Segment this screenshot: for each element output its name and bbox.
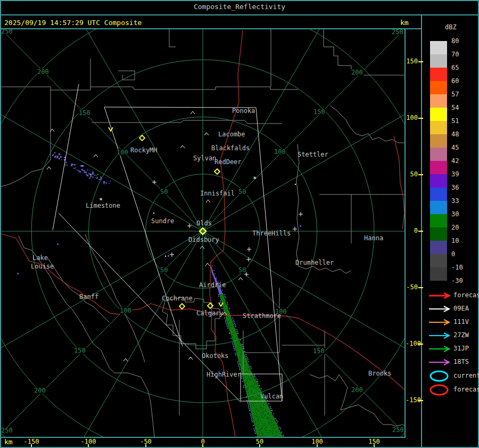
legend-left-border xyxy=(421,15,422,448)
precip-spike-green xyxy=(245,387,259,388)
precip-texture xyxy=(265,423,266,425)
precip-texture xyxy=(273,436,274,437)
y-tick-label: 150 xyxy=(406,58,418,65)
precip-texture xyxy=(263,417,265,418)
precip-speckle xyxy=(271,410,272,411)
precip-speckle xyxy=(97,177,98,178)
dbz-scale-value: 48 xyxy=(451,131,473,138)
x-axis-unit-label: km xyxy=(4,438,13,446)
precip-texture xyxy=(241,350,242,351)
x-tick-mark xyxy=(374,444,375,447)
precip-speckle xyxy=(273,413,274,414)
precip-speckle xyxy=(232,343,233,344)
precip-spike-green xyxy=(251,413,272,415)
precip-spike-green xyxy=(254,425,278,427)
plus-marker xyxy=(293,227,297,231)
precip-speckle xyxy=(248,361,249,362)
precip-texture xyxy=(251,379,252,380)
precip-spike-green xyxy=(257,433,282,435)
precip-texture xyxy=(232,333,233,334)
precip-texture xyxy=(239,348,240,349)
precip-speckle xyxy=(248,406,249,408)
station-diamond-marker xyxy=(139,135,145,141)
precip-texture xyxy=(227,317,228,319)
y-tick-label: 50 xyxy=(406,170,418,178)
precip-texture xyxy=(248,377,249,378)
precip-texture xyxy=(253,381,254,382)
blue-dot-marker xyxy=(17,273,19,274)
city-label-brooks: Brooks xyxy=(368,370,391,377)
precip-texture xyxy=(255,421,256,422)
precip-texture xyxy=(275,435,276,436)
precip-texture xyxy=(260,402,261,403)
precip-texture xyxy=(249,395,250,396)
precip-texture xyxy=(265,430,266,431)
precip-texture xyxy=(268,407,269,408)
precip-speckle xyxy=(220,300,221,302)
precip-spike-purple xyxy=(213,276,215,278)
precip-texture xyxy=(267,425,268,426)
precip-texture xyxy=(229,324,230,325)
city-label-strathmore: Strathmore xyxy=(243,312,281,320)
precip-texture xyxy=(271,420,272,421)
precip-texture xyxy=(232,320,233,321)
storm-track-arrow-31JP xyxy=(428,345,452,353)
precip-texture xyxy=(252,374,253,376)
precip-spike-purple xyxy=(218,290,221,291)
precip-texture xyxy=(269,431,270,433)
plus-marker xyxy=(170,252,174,257)
precip-texture xyxy=(270,430,271,431)
precip-texture xyxy=(232,330,233,331)
precip-texture xyxy=(260,420,261,421)
precip-speckle xyxy=(87,175,88,176)
precip-texture xyxy=(248,369,249,370)
precip-texture xyxy=(231,335,232,336)
dbz-scale-swatch xyxy=(430,41,447,54)
caret-marker xyxy=(205,263,210,266)
precip-texture xyxy=(250,371,251,372)
dbz-scale-value: -10 xyxy=(451,264,473,271)
precip-texture xyxy=(273,425,274,426)
azimuth-radial-330 xyxy=(60,29,203,231)
precip-speckle xyxy=(235,353,236,354)
precip-speckle xyxy=(75,164,76,165)
precip-texture xyxy=(263,412,264,413)
ring-distance-label: 100 xyxy=(120,307,131,314)
precip-speckle xyxy=(234,348,235,349)
precip-speckle xyxy=(96,175,97,176)
precip-texture xyxy=(247,379,248,380)
precip-texture xyxy=(264,425,265,426)
legend-arrow-label: 18TS xyxy=(453,358,469,365)
precip-speckle xyxy=(105,182,107,184)
precip-texture xyxy=(249,364,250,365)
precip-texture xyxy=(257,416,258,417)
dbz-scale-swatch xyxy=(430,81,447,94)
radar-map-canvas[interactable]: 5050505010010010010015015015015020020020… xyxy=(1,29,404,437)
precip-speckle xyxy=(242,381,243,382)
star-marker: * xyxy=(99,197,103,204)
precip-texture xyxy=(247,387,249,388)
ring-distance-label: 150 xyxy=(313,108,325,116)
caret-marker xyxy=(206,200,210,202)
precip-texture xyxy=(269,417,270,418)
radar-map[interactable]: 5050505010010010010015015015015020020020… xyxy=(1,29,404,437)
precip-spike-green xyxy=(257,435,282,436)
precip-texture xyxy=(258,390,259,392)
y-tick-mark xyxy=(418,400,423,401)
precip-texture xyxy=(270,410,271,411)
precip-texture xyxy=(232,323,233,324)
precip-speckle xyxy=(80,165,82,167)
ring-distance-label: 100 xyxy=(117,149,128,156)
precip-speckle xyxy=(255,433,256,434)
precip-texture xyxy=(270,423,271,425)
county-boundary xyxy=(296,144,351,273)
window-title: Composite_Reflectivity xyxy=(0,0,479,13)
ring-distance-label: 200 xyxy=(351,386,363,394)
precip-texture xyxy=(238,347,239,348)
azimuth-radial-210 xyxy=(60,231,203,437)
precip-texture xyxy=(266,418,267,419)
precip-speckle xyxy=(224,317,225,319)
precip-speckle xyxy=(87,169,88,170)
precip-texture xyxy=(277,431,278,433)
precip-texture xyxy=(251,404,252,405)
